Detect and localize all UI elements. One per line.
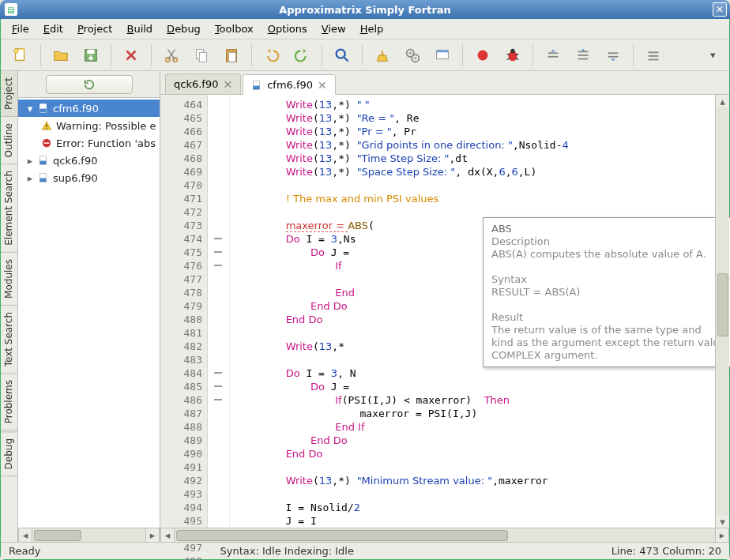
tree-warning[interactable]: Warning: Possible e bbox=[18, 117, 160, 134]
error-icon bbox=[40, 137, 53, 149]
side-tab-strip: Project Outline Element Search Modules T… bbox=[1, 71, 18, 542]
svg-rect-40 bbox=[40, 179, 46, 182]
sidetab-outline[interactable]: Outline bbox=[1, 117, 17, 164]
open-icon[interactable] bbox=[49, 43, 73, 67]
delete-icon[interactable] bbox=[119, 43, 143, 67]
svg-rect-23 bbox=[578, 51, 589, 52]
svg-rect-21 bbox=[548, 52, 559, 54]
redo-icon[interactable] bbox=[290, 43, 314, 67]
status-mid: Syntax: Idle Indexing: Idle bbox=[220, 545, 400, 557]
svg-rect-27 bbox=[608, 55, 619, 57]
step-out-icon[interactable] bbox=[601, 43, 625, 67]
svg-rect-32 bbox=[40, 109, 46, 113]
status-left: Ready bbox=[9, 545, 40, 557]
new-file-icon[interactable] bbox=[9, 43, 32, 67]
tree-error[interactable]: Error: Function 'abs bbox=[18, 134, 160, 152]
svg-rect-26 bbox=[608, 52, 619, 54]
sidetab-problems[interactable]: Problems bbox=[1, 374, 17, 430]
sidetab-element-search[interactable]: Element Search bbox=[1, 164, 17, 253]
close-icon[interactable]: ✕ bbox=[223, 78, 232, 91]
tree-file-label: cfm6.f90 bbox=[53, 103, 99, 115]
record-icon[interactable] bbox=[471, 43, 495, 67]
menu-options[interactable]: Options bbox=[263, 21, 312, 37]
status-bar: Ready Syntax: Idle Indexing: Idle Line: … bbox=[1, 542, 729, 559]
editor: qck6.f90 ✕ cfm6.f90 ✕ 464 465 466 467 46… bbox=[160, 71, 729, 542]
search-icon[interactable] bbox=[330, 43, 354, 67]
editor-tabs: qck6.f90 ✕ cfm6.f90 ✕ bbox=[160, 71, 729, 95]
svg-point-2 bbox=[14, 48, 19, 53]
menu-file[interactable]: File bbox=[7, 21, 34, 37]
project-panel: ▾ cfm6.f90 Warning: Possible e Error: Fu… bbox=[18, 71, 160, 542]
svg-rect-22 bbox=[548, 55, 559, 57]
svg-rect-17 bbox=[437, 50, 449, 52]
svg-rect-24 bbox=[578, 54, 589, 56]
undo-icon[interactable] bbox=[260, 43, 284, 67]
toolbar-overflow-icon[interactable]: ▾ bbox=[710, 49, 721, 61]
sidetab-debug[interactable]: Debug bbox=[1, 431, 17, 476]
warning-icon bbox=[40, 119, 53, 132]
menu-project[interactable]: Project bbox=[73, 21, 118, 37]
fortran-file-icon bbox=[37, 102, 50, 115]
svg-rect-33 bbox=[46, 124, 47, 127]
svg-point-11 bbox=[337, 49, 345, 58]
refresh-button[interactable] bbox=[46, 75, 133, 94]
tab-cfm6[interactable]: cfm6.f90 ✕ bbox=[243, 74, 336, 95]
toolbar: ▾ bbox=[1, 39, 729, 71]
svg-point-15 bbox=[414, 57, 416, 59]
menubar: File Edit Project Build Debug Toolbox Op… bbox=[1, 19, 729, 39]
app-icon: ▤ bbox=[5, 3, 17, 16]
debug-bug-icon[interactable] bbox=[501, 43, 525, 67]
build-icon[interactable] bbox=[401, 43, 424, 67]
clean-icon[interactable] bbox=[371, 43, 394, 67]
line-gutter: 464 465 466 467 468 469 470 471 472 473 … bbox=[160, 95, 208, 528]
menu-build[interactable]: Build bbox=[122, 21, 157, 37]
fold-marks[interactable] bbox=[208, 95, 230, 528]
project-tree[interactable]: ▾ cfm6.f90 Warning: Possible e Error: Fu… bbox=[18, 98, 160, 528]
status-cursor: Line: 473 Column: 20 bbox=[579, 545, 721, 557]
window-title: Approximatrix Simply Fortran bbox=[279, 4, 451, 16]
stop-debug-icon[interactable] bbox=[642, 43, 665, 67]
titlebar: ▤ Approximatrix Simply Fortran ✕ bbox=[0, 0, 730, 19]
tree-file[interactable]: ▸ sup6.f90 bbox=[18, 169, 160, 186]
svg-rect-34 bbox=[46, 128, 47, 129]
step-over-icon[interactable] bbox=[541, 43, 565, 67]
svg-rect-10 bbox=[228, 52, 235, 62]
svg-point-14 bbox=[409, 51, 412, 54]
svg-point-20 bbox=[510, 48, 515, 53]
fortran-file-icon bbox=[251, 80, 262, 91]
fortran-file-icon bbox=[37, 154, 50, 167]
menu-toolbox[interactable]: Toolbox bbox=[210, 21, 258, 37]
svg-rect-42 bbox=[254, 85, 260, 89]
fortran-file-icon bbox=[37, 171, 50, 184]
tree-file-active[interactable]: ▾ cfm6.f90 bbox=[18, 100, 160, 117]
svg-rect-30 bbox=[649, 58, 659, 60]
menu-view[interactable]: View bbox=[317, 21, 351, 37]
tab-qck6[interactable]: qck6.f90 ✕ bbox=[165, 73, 241, 94]
paste-icon[interactable] bbox=[220, 43, 243, 67]
sidetab-modules[interactable]: Modules bbox=[1, 253, 17, 306]
step-into-icon[interactable] bbox=[571, 43, 595, 67]
close-icon[interactable]: ✕ bbox=[713, 2, 727, 17]
save-icon[interactable] bbox=[79, 43, 103, 67]
svg-rect-25 bbox=[578, 58, 589, 59]
copy-icon[interactable] bbox=[190, 43, 213, 67]
editor-vscroll[interactable]: ▴ ▾ bbox=[715, 95, 729, 528]
sidetab-text-search[interactable]: Text Search bbox=[1, 306, 17, 374]
panel-hscroll[interactable]: ◂▸ bbox=[18, 528, 160, 542]
menu-edit[interactable]: Edit bbox=[39, 21, 68, 37]
run-icon[interactable] bbox=[431, 43, 454, 67]
tree-file[interactable]: ▸ qck6.f90 bbox=[18, 152, 160, 169]
svg-point-18 bbox=[478, 50, 488, 60]
svg-rect-36 bbox=[44, 142, 50, 143]
close-icon[interactable]: ✕ bbox=[318, 79, 327, 92]
menu-help[interactable]: Help bbox=[356, 21, 389, 37]
intellisense-tooltip: ABS Description ABS(A) computes the abso… bbox=[483, 217, 730, 367]
svg-rect-28 bbox=[649, 51, 659, 53]
cut-icon[interactable] bbox=[160, 43, 183, 67]
sidetab-project[interactable]: Project bbox=[1, 71, 17, 117]
editor-hscroll[interactable]: ◂▸ bbox=[160, 528, 729, 542]
svg-rect-4 bbox=[87, 49, 94, 53]
menu-debug[interactable]: Debug bbox=[162, 21, 205, 37]
svg-rect-8 bbox=[199, 52, 206, 62]
svg-rect-29 bbox=[649, 55, 659, 57]
